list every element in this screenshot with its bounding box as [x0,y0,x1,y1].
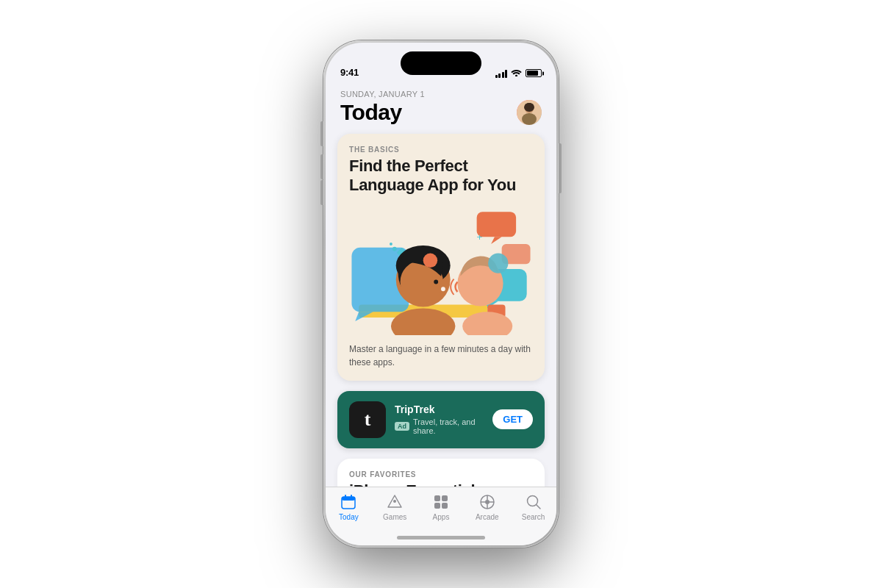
phone-screen: 9:41 [326,43,556,545]
favorites-eyebrow: OUR FAVORITES [349,470,533,478]
svg-rect-39 [442,503,448,509]
ad-card[interactable]: t TripTrek Ad Travel, track, and share. … [337,391,545,448]
status-icons [495,68,542,78]
svg-rect-36 [434,495,440,501]
arcade-icon [478,493,496,511]
nav-item-games[interactable]: Games [372,493,418,521]
card-description: Master a language in a few minutes a day… [337,335,545,381]
svg-point-41 [485,500,490,504]
ad-info: TripTrek Ad Travel, track, and share. [395,404,484,435]
card-header: THE BASICS Find the Perfect Language App… [337,134,545,203]
today-header: Sunday, January 1 Today [326,82,556,134]
nav-label-games: Games [383,513,406,521]
svg-point-24 [434,279,438,284]
svg-rect-37 [442,495,448,501]
svg-rect-32 [342,497,355,501]
page-title: Today [340,100,402,125]
nav-item-arcade[interactable]: Arcade [464,493,510,521]
wifi-icon [511,68,522,78]
nav-item-search[interactable]: Search [510,493,556,521]
favorites-card[interactable]: OUR FAVORITES iPhone Essentials [337,459,545,487]
svg-point-27 [488,253,508,273]
svg-point-35 [393,500,396,503]
svg-text:+: + [477,232,483,243]
get-button[interactable]: GET [492,409,533,429]
svg-rect-34 [351,495,352,498]
ad-app-name: TripTrek [395,404,484,415]
svg-line-47 [536,505,540,509]
search-icon [525,493,542,511]
svg-point-23 [423,253,437,267]
svg-point-30 [390,243,392,245]
svg-point-29 [392,247,397,251]
avatar[interactable] [517,100,542,125]
ad-badge: Ad [395,422,409,431]
header-row: Today [340,100,542,125]
favorites-title: iPhone Essentials [349,481,533,487]
nav-label-arcade: Arcade [476,513,499,521]
illustration-area: + [337,203,545,335]
nav-label-apps: Apps [433,513,450,521]
card-eyebrow: THE BASICS [349,146,533,154]
dynamic-island [401,51,481,75]
svg-point-4 [525,103,534,109]
header-date: Sunday, January 1 [340,90,542,98]
card-title: Find the Perfect Language App for You [349,157,533,196]
app-icon-letter: t [365,409,371,431]
nav-label-search: Search [522,513,545,521]
home-indicator [397,536,485,539]
svg-point-2 [522,113,537,125]
card-title-line2: Language App for You [349,176,516,194]
svg-point-22 [441,287,445,291]
games-icon [386,493,404,511]
svg-rect-6 [477,212,516,237]
status-time: 9:41 [340,67,359,78]
battery-icon [526,69,542,77]
nav-label-today: Today [339,513,359,521]
ad-row: Ad Travel, track, and share. [395,417,484,435]
svg-rect-38 [434,503,440,509]
ad-tagline: Travel, track, and share. [413,417,484,435]
screen-content[interactable]: Sunday, January 1 Today [326,82,556,487]
nav-item-today[interactable]: Today [326,493,372,521]
app-icon: t [349,401,386,438]
svg-rect-33 [345,495,346,498]
card-title-line1: Find the Perfect [349,157,467,175]
apps-icon [432,493,450,511]
signal-icon [495,69,508,78]
nav-item-apps[interactable]: Apps [418,493,465,521]
featured-card[interactable]: THE BASICS Find the Perfect Language App… [337,134,545,381]
today-icon [340,493,357,511]
phone-mockup: 9:41 [323,40,559,548]
